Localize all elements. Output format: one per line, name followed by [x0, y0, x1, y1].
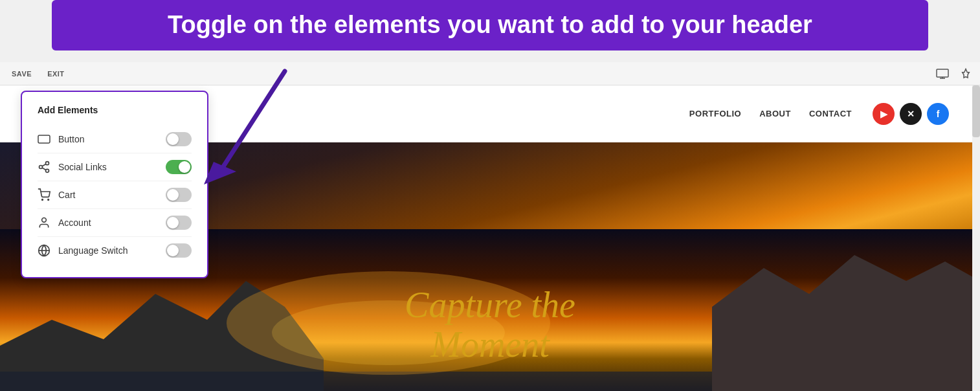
button-toggle[interactable]: [166, 132, 192, 146]
exit-button[interactable]: EXIT: [41, 67, 71, 80]
editor-toolbar: SAVE EXIT: [0, 62, 980, 85]
svg-point-19: [42, 218, 47, 223]
panel-item-social-links: Social Links: [38, 153, 192, 181]
account-label: Account: [58, 218, 91, 228]
hero-title-line1: Capture the: [405, 285, 575, 326]
facebook-icon[interactable]: f: [927, 103, 949, 125]
language-switch-label: Language Switch: [58, 245, 128, 256]
banner-text: Toggle on the elements you want to add t…: [70, 10, 910, 40]
svg-rect-2: [937, 69, 948, 77]
svg-point-14: [46, 169, 49, 172]
hero-text: Capture the Moment: [405, 285, 575, 365]
add-elements-panel: Add Elements Button Social Links: [21, 91, 208, 278]
nav-links: PORTFOLIO ABOUT CONTACT: [689, 109, 852, 118]
svg-rect-8: [0, 372, 712, 391]
button-label: Button: [58, 134, 84, 144]
cart-label: Cart: [58, 190, 75, 200]
panel-item-button-left: Button: [38, 133, 84, 146]
account-icon: [38, 216, 50, 229]
nav-about[interactable]: ABOUT: [759, 109, 791, 118]
scrollbar[interactable]: [972, 85, 980, 391]
cart-toggle[interactable]: [166, 188, 192, 202]
panel-item-social-left: Social Links: [38, 161, 107, 173]
panel-item-cart-left: Cart: [38, 188, 75, 201]
nav-portfolio[interactable]: PORTFOLIO: [689, 109, 741, 118]
panel-item-account: Account: [38, 209, 192, 237]
social-links-icon: [38, 161, 50, 173]
desktop-icon[interactable]: [933, 65, 952, 83]
pin-icon[interactable]: [957, 65, 975, 83]
instruction-banner: Toggle on the elements you want to add t…: [52, 0, 928, 50]
toolbar-right: [933, 65, 975, 83]
panel-item-language-left: Language Switch: [38, 244, 128, 257]
panel-item-account-left: Account: [38, 216, 91, 229]
button-icon: [38, 133, 50, 146]
svg-point-12: [46, 162, 49, 165]
save-button[interactable]: SAVE: [5, 67, 38, 80]
account-toggle[interactable]: [166, 216, 192, 230]
social-links-label: Social Links: [58, 162, 107, 172]
svg-point-18: [48, 199, 49, 201]
panel-item-language-switch: Language Switch: [38, 237, 192, 264]
svg-point-13: [39, 166, 43, 169]
youtube-icon[interactable]: ▶: [873, 103, 895, 125]
panel-title: Add Elements: [38, 105, 192, 115]
svg-point-17: [42, 199, 43, 201]
language-switch-toggle[interactable]: [166, 243, 192, 258]
svg-line-15: [42, 168, 46, 170]
hero-title-line2: Moment: [405, 325, 575, 365]
cart-icon: [38, 188, 50, 201]
panel-item-button: Button: [38, 126, 192, 153]
language-switch-icon: [38, 244, 50, 257]
svg-line-16: [42, 164, 46, 166]
nav-contact[interactable]: CONTACT: [809, 109, 852, 118]
site-nav: PORTFOLIO ABOUT CONTACT ▶ ✕ f: [689, 103, 949, 125]
svg-rect-11: [38, 135, 50, 143]
panel-item-cart: Cart: [38, 181, 192, 209]
social-icons: ▶ ✕ f: [873, 103, 949, 125]
scrollbar-thumb[interactable]: [972, 85, 980, 137]
twitter-x-icon[interactable]: ✕: [900, 103, 922, 125]
social-links-toggle[interactable]: [166, 160, 192, 174]
